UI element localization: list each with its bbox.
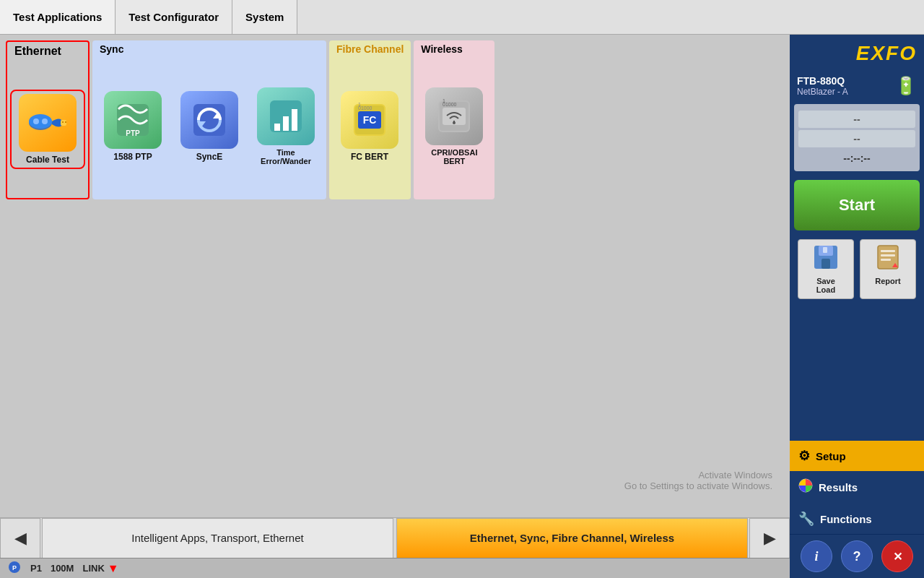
action-buttons: SaveLoad Report xyxy=(798,239,916,299)
report-label: Report xyxy=(875,277,900,285)
app-tile-time-error-wander[interactable]: Time Error/Wander xyxy=(250,85,322,168)
tab-system[interactable]: System xyxy=(232,0,297,34)
categories-row: Ethernet xyxy=(0,35,790,199)
cable-test-icon xyxy=(19,94,77,152)
svg-text:1: 1 xyxy=(443,98,445,103)
report-icon xyxy=(875,244,901,275)
wireless-label: Wireless xyxy=(414,40,494,58)
status-line-2: -- xyxy=(798,130,915,147)
help-icon: ? xyxy=(853,549,861,564)
speed-label: 100M xyxy=(51,563,74,574)
svg-rect-5 xyxy=(62,121,64,123)
sidebar-item-setup[interactable]: ⚙ Setup xyxy=(790,441,924,471)
save-load-label: SaveLoad xyxy=(816,277,835,294)
cable-test-label: Cable Test xyxy=(26,155,69,165)
setup-icon: ⚙ xyxy=(798,448,810,464)
svg-text:1: 1 xyxy=(358,102,361,107)
report-button[interactable]: Report xyxy=(860,239,916,299)
section-sync: Sync PTP 1588 PTP xyxy=(92,40,326,199)
ethernet-items: Cable Test xyxy=(7,61,88,198)
app-tile-cpri-obsai-bert[interactable]: 01000 1 CPRI/OBSAI BERT xyxy=(418,85,490,168)
save-load-button[interactable]: SaveLoad xyxy=(798,239,854,299)
synce-icon xyxy=(180,91,238,149)
exfo-logo-text: EXFO xyxy=(856,42,917,65)
time-error-wander-label: Time Error/Wander xyxy=(261,148,311,165)
svg-rect-12 xyxy=(283,116,289,131)
cpri-obsai-bert-label: CPRI/OBSAI BERT xyxy=(421,148,487,165)
wireless-items: 01000 1 CPRI/OBSAI BERT xyxy=(414,58,494,195)
status-line-1: -- xyxy=(798,111,915,128)
app-tile-cable-test[interactable]: Cable Test xyxy=(12,91,84,168)
svg-text:P: P xyxy=(12,564,17,571)
tab-test-applications[interactable]: Test Applications xyxy=(0,0,116,34)
help-button[interactable]: ? xyxy=(841,540,873,572)
synce-label: SyncE xyxy=(196,152,223,162)
svg-point-23 xyxy=(453,121,456,124)
start-button[interactable]: Start xyxy=(794,180,920,230)
ethernet-label: Ethernet xyxy=(7,42,88,61)
results-icon xyxy=(798,478,813,496)
content-area: Ethernet xyxy=(0,35,790,578)
svg-rect-31 xyxy=(823,247,827,253)
device-model: FTB-880Q xyxy=(797,75,848,87)
svg-rect-6 xyxy=(65,121,66,123)
right-arrow-button[interactable]: ▶ xyxy=(749,518,790,558)
fibre-items: FC 01000 1 FC BERT xyxy=(329,58,411,195)
sync-items: PTP 1588 PTP xyxy=(92,58,326,195)
svg-rect-35 xyxy=(881,254,895,256)
status-time: --:--:-- xyxy=(798,150,915,167)
section-ethernet: Ethernet xyxy=(6,40,90,199)
sync-label: Sync xyxy=(92,40,326,58)
svg-point-2 xyxy=(33,118,39,124)
app-tile-fc-bert[interactable]: FC 01000 1 FC BERT xyxy=(334,88,406,165)
svg-point-1 xyxy=(29,114,52,129)
close-icon: ✕ xyxy=(893,550,902,564)
svg-text:FC: FC xyxy=(363,114,377,126)
fibre-label: Fibre Channel xyxy=(329,40,411,58)
info-icon: i xyxy=(814,549,818,564)
status-bar: P P1 100M LINK ▼ xyxy=(0,558,790,578)
1588-ptp-label: 1588 PTP xyxy=(113,152,152,162)
save-load-icon xyxy=(813,244,839,275)
info-button[interactable]: i xyxy=(801,540,832,572)
port-indicator: P xyxy=(7,560,22,577)
sidebar-item-results[interactable]: Results xyxy=(790,471,924,504)
link-down-arrow-icon: ▼ xyxy=(108,562,119,575)
content-spacer xyxy=(0,199,790,517)
functions-icon: 🔧 xyxy=(798,511,814,527)
sidebar-item-functions[interactable]: 🔧 Functions xyxy=(790,504,924,534)
close-button[interactable]: ✕ xyxy=(881,540,913,572)
bottom-icon-row: i ? ✕ xyxy=(790,534,924,578)
results-label: Results xyxy=(819,481,858,493)
profile1-button[interactable]: Intelligent Apps, Transport, Ethernet xyxy=(42,518,393,558)
svg-rect-11 xyxy=(274,124,280,131)
svg-rect-13 xyxy=(292,109,297,131)
device-name-label: NetBlazer - A xyxy=(797,87,848,97)
link-label: LINK xyxy=(82,563,104,574)
section-wireless: Wireless xyxy=(414,40,494,199)
svg-rect-34 xyxy=(881,250,895,252)
svg-rect-36 xyxy=(881,259,891,261)
svg-text:PTP: PTP xyxy=(126,129,140,137)
section-fibre: Fibre Channel FC 01000 xyxy=(329,40,411,199)
app-tile-1588-ptp[interactable]: PTP 1588 PTP xyxy=(97,88,169,165)
battery-icon: 🔋 xyxy=(895,76,917,96)
left-arrow-button[interactable]: ◀ xyxy=(0,518,40,558)
link-indicator: LINK ▼ xyxy=(82,562,118,575)
tab-test-configurator[interactable]: Test Configurator xyxy=(116,0,232,34)
profile2-button[interactable]: Ethernet, Sync, Fibre Channel, Wireless xyxy=(396,518,748,558)
fc-bert-label: FC BERT xyxy=(351,152,388,162)
cpri-obsai-bert-icon: 01000 1 xyxy=(425,87,483,145)
setup-label: Setup xyxy=(816,450,846,462)
time-error-wander-icon xyxy=(257,87,315,145)
exfo-logo: EXFO xyxy=(790,35,924,72)
main-area: Ethernet xyxy=(0,35,924,578)
svg-rect-30 xyxy=(821,259,830,269)
app-tile-synce[interactable]: SyncE xyxy=(173,88,245,165)
sidebar-bottom: ⚙ Setup Results 🔧 Functions xyxy=(790,441,924,578)
status-panel: -- -- --:--:-- xyxy=(794,104,920,171)
device-info: FTB-880Q NetBlazer - A 🔋 xyxy=(790,72,924,100)
top-nav: Test Applications Test Configurator Syst… xyxy=(0,0,924,35)
svg-point-3 xyxy=(42,118,48,124)
right-sidebar: EXFO FTB-880Q NetBlazer - A 🔋 -- -- --:-… xyxy=(790,35,924,578)
